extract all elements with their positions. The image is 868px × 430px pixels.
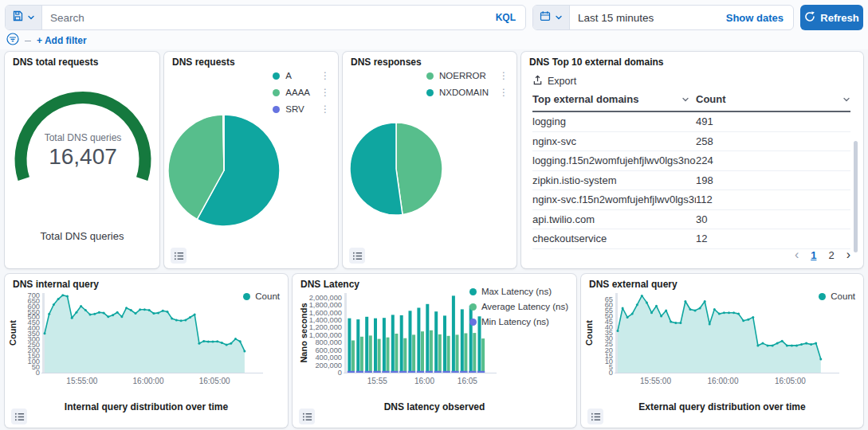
panel-dns-latency: DNS Latency Nano seconds 0200,000400,000… — [293, 274, 576, 428]
add-filter-button[interactable]: + Add filter — [37, 35, 87, 46]
legend-dot — [273, 106, 280, 113]
legend-label[interactable]: A — [285, 71, 310, 80]
column-header-count[interactable]: Count — [696, 93, 850, 105]
legend-toggle-button[interactable] — [171, 248, 187, 264]
dns-requests-pie[interactable] — [167, 114, 281, 227]
panel-title[interactable]: DNS responses — [351, 57, 422, 68]
pagination-prev-icon[interactable]: ‹ — [795, 248, 799, 262]
legend-actions-icon[interactable]: ⋮ — [316, 88, 330, 96]
legend-toggle-button[interactable] — [349, 248, 365, 264]
legend-item[interactable]: Count — [819, 291, 855, 301]
gauge-value: 16,407 — [49, 144, 117, 169]
panel-title[interactable]: DNS external query — [589, 279, 678, 290]
svg-text:200,000: 200,000 — [315, 362, 342, 369]
svg-text:15:55:00: 15:55:00 — [66, 377, 97, 385]
legend-item[interactable]: Min Latency (ns) — [469, 317, 568, 326]
date-picker: Last 15 minutes Show dates — [532, 5, 794, 30]
cell-domain: checkoutservice — [532, 233, 696, 244]
table-body: logging491nginx-svc258logging.f15n2womfu… — [532, 112, 850, 249]
data-grid: Top external domains Count logging491ngi… — [532, 93, 850, 249]
cell-domain: logging.f15n2womfujehfjlwv0lgs3nog.... — [532, 154, 696, 166]
top-header: KQL Last 15 minutes Show dates Refresh +… — [0, 0, 868, 49]
table-row: nginx-svc.f15n2womfujehfjlwv0lgs3no...11… — [532, 190, 850, 210]
legend-actions-icon[interactable]: ⋮ — [494, 72, 509, 80]
external-query-legend: Count — [819, 291, 855, 301]
export-icon — [532, 74, 543, 88]
legend-actions-icon[interactable]: ⋮ — [494, 88, 509, 96]
svg-text:65: 65 — [605, 295, 613, 303]
column-header-domains[interactable]: Top external domains — [532, 93, 696, 105]
legend-toggle-button[interactable] — [299, 408, 315, 424]
x-axis-title: Internal query distribution over time — [5, 401, 288, 412]
legend-label[interactable]: NOERROR — [439, 71, 489, 80]
search-input[interactable] — [42, 12, 486, 24]
legend-dot — [273, 72, 280, 80]
internal-query-plot[interactable]: 0501001502002503003504004505005506006507… — [13, 290, 282, 397]
chevron-down-icon — [555, 10, 563, 25]
chevron-down-icon[interactable] — [681, 96, 689, 104]
svg-text:2,000,000: 2,000,000 — [309, 294, 342, 302]
time-range-text[interactable]: Last 15 minutes — [570, 12, 726, 24]
panel-title[interactable]: DNS total requests — [13, 57, 98, 68]
pagination-page-2[interactable]: 2 — [828, 249, 834, 261]
legend-label[interactable]: NXDOMAIN — [439, 88, 489, 97]
table-row: zipkin.istio-system198 — [532, 171, 850, 191]
refresh-icon — [804, 11, 815, 25]
filter-circle-icon[interactable] — [6, 33, 19, 49]
filter-divider — [25, 41, 31, 41]
legend-dot — [273, 89, 280, 96]
query-bar: KQL — [5, 5, 526, 30]
legend-item[interactable]: Count — [243, 291, 280, 301]
table-row: logging.f15n2womfujehfjlwv0lgs3nog....22… — [532, 151, 850, 171]
export-button[interactable]: Export — [532, 74, 576, 88]
legend-item[interactable]: Max Latency (ns) — [469, 287, 568, 296]
cell-count: 12 — [696, 233, 850, 244]
chevron-down-icon — [27, 10, 35, 25]
legend-label: Min Latency (ns) — [481, 317, 549, 326]
panel-title[interactable]: DNS internal query — [13, 279, 99, 290]
dns-requests-legend: A⋮AAAA⋮SRV⋮ — [273, 71, 330, 114]
legend-dot — [243, 293, 250, 300]
legend-toggle-button[interactable] — [587, 408, 603, 424]
x-axis-title: External query distribution over time — [581, 401, 863, 412]
legend-dot — [426, 89, 434, 96]
panel-dns-internal-query: DNS internal query Count 050100150200250… — [5, 274, 288, 428]
svg-text:16:05:00: 16:05:00 — [199, 377, 230, 385]
panel-title[interactable]: DNS Top 10 external domains — [529, 57, 664, 68]
pagination-page-1[interactable]: 1 — [811, 249, 816, 261]
legend-label[interactable]: SRV — [285, 104, 310, 114]
external-query-plot[interactable]: 0510152025303540455055606515:55:0016:00:… — [589, 290, 858, 397]
svg-text:15:55:00: 15:55:00 — [640, 377, 671, 385]
save-icon — [12, 10, 23, 25]
panel-title[interactable]: DNS Latency — [300, 279, 359, 290]
cell-count: 224 — [696, 154, 850, 166]
dns-responses-pie[interactable] — [349, 122, 443, 216]
legend-actions-icon[interactable]: ⋮ — [316, 105, 330, 113]
date-quick-menu-button[interactable] — [533, 6, 570, 29]
pagination-next-icon[interactable]: › — [846, 248, 850, 262]
panel-title[interactable]: DNS requests — [172, 57, 235, 68]
table-scrollbar[interactable] — [854, 141, 858, 252]
legend-dot — [469, 303, 477, 311]
cell-count: 198 — [696, 174, 850, 186]
legend-item[interactable]: Average Latency (ns) — [469, 302, 568, 311]
dns-total-requests-gauge[interactable]: Total DNS queries 16,407 — [6, 85, 159, 219]
svg-text:1,200,000: 1,200,000 — [309, 323, 342, 331]
legend-toggle-button[interactable] — [11, 408, 27, 424]
svg-text:15:55: 15:55 — [367, 377, 387, 385]
table-row: logging491 — [532, 112, 850, 132]
legend-label: Count — [255, 291, 280, 301]
show-dates-button[interactable]: Show dates — [726, 12, 793, 24]
panel-dns-requests: DNS requests A⋮AAAA⋮SRV⋮ — [164, 52, 338, 268]
column-header-label: Top external domains — [532, 93, 638, 105]
legend-label[interactable]: AAAA — [285, 88, 310, 97]
legend-dot — [819, 293, 826, 300]
column-header-label: Count — [696, 93, 726, 105]
refresh-button[interactable]: Refresh — [800, 5, 863, 30]
legend-actions-icon[interactable]: ⋮ — [316, 72, 330, 80]
filter-bar: + Add filter — [6, 33, 87, 48]
chevron-down-icon[interactable] — [842, 96, 850, 104]
svg-text:16:00:00: 16:00:00 — [708, 377, 739, 385]
saved-query-menu-button[interactable] — [6, 6, 42, 29]
kql-button[interactable]: KQL — [486, 12, 525, 23]
